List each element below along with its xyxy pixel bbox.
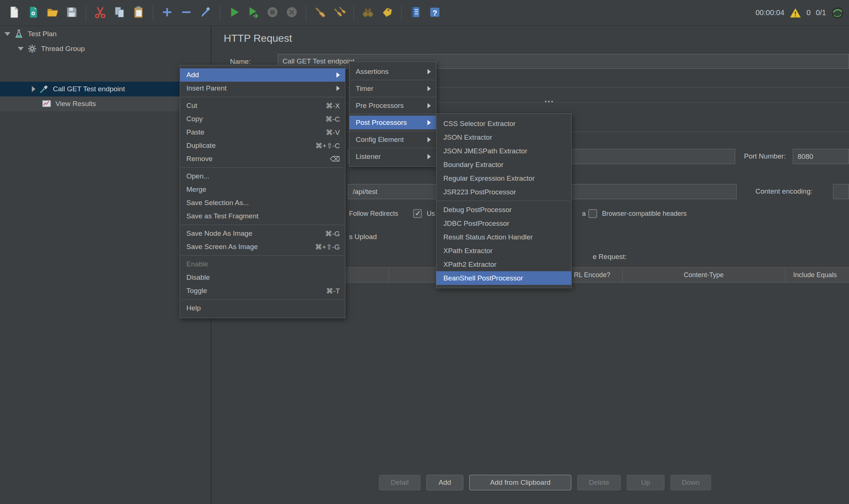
submenu-item-json-extractor[interactable]: JSON Extractor [436, 130, 571, 144]
new-file-icon [7, 6, 21, 20]
menu-separator [437, 201, 571, 201]
submenu-item-post-processors[interactable]: Post Processors [349, 116, 436, 129]
template-icon [27, 6, 40, 20]
add-button[interactable]: Add [426, 475, 463, 490]
submenu-item-regular-expression-extractor[interactable]: Regular Expression Extractor [436, 171, 571, 185]
submenu-item-css-selector-extractor[interactable]: CSS Selector Extractor [436, 117, 571, 130]
menu-separator [350, 114, 435, 114]
submenu-item-xpath-extractor[interactable]: XPath Extractor [436, 244, 571, 258]
help-icon: ? [428, 6, 442, 20]
submenu-item-beanshell-postprocessor[interactable]: BeanShell PostProcessor [436, 271, 571, 285]
submenu-item-pre-processors[interactable]: Pre Processors [349, 99, 436, 112]
expand-collapse-icon[interactable] [18, 47, 24, 51]
delete-button[interactable]: Delete [577, 475, 621, 490]
toolbar-clear-button[interactable] [311, 4, 329, 22]
submenu-item-assertions[interactable]: Assertions [349, 65, 436, 78]
menu-item-cut[interactable]: Cut⌘-X [180, 99, 345, 112]
menu-separator [181, 167, 344, 168]
splitter-handle[interactable]: ••• [545, 98, 554, 105]
toolbar-remove-button[interactable] [177, 4, 195, 22]
content-encoding-label: Content encoding: [755, 187, 812, 195]
tree-item-http-sampler[interactable]: Call GET Test endpoint [0, 82, 210, 96]
submenu-item-config-element[interactable]: Config Element [349, 133, 436, 146]
down-button[interactable]: Down [670, 475, 711, 490]
view-results-icon [41, 99, 52, 109]
submenu-item-boundary-extractor[interactable]: Boundary Extractor [436, 158, 571, 171]
toolbar-paste-button[interactable] [130, 4, 148, 22]
toolbar-add-button[interactable] [158, 4, 176, 22]
play-icon [227, 6, 241, 20]
submenu-item-debug-postprocessor[interactable]: Debug PostProcessor [436, 203, 571, 217]
port-input[interactable]: 8080 [793, 149, 849, 164]
save-icon [65, 6, 78, 20]
submenu-item-jsr223-postprocessor[interactable]: JSR223 PostProcessor [436, 185, 571, 199]
use-keepalive-checkbox[interactable] [413, 209, 422, 218]
menu-item-paste[interactable]: Paste⌘-V [180, 126, 345, 139]
tree-item-view-results[interactable]: View Results [0, 96, 210, 111]
submenu-arrow-icon [427, 154, 431, 159]
menu-item-duplicate[interactable]: Duplicate⌘+⇧-C [180, 139, 345, 152]
submenu-arrow-icon [427, 120, 431, 125]
function-book-icon [409, 6, 422, 20]
add-from-clipboard-button[interactable]: Add from Clipboard [469, 475, 571, 490]
thread-count: 0/1 [816, 8, 826, 17]
content-encoding-input[interactable] [833, 184, 849, 199]
paste-clipboard-icon [132, 6, 145, 20]
menu-item-insert-parent[interactable]: Insert Parent [180, 82, 345, 95]
files-upload-tab-fragment[interactable]: s Upload [349, 233, 377, 241]
tree-item-thread-group[interactable]: Thread Group [0, 41, 210, 56]
toolbar-search-reset-button[interactable] [378, 4, 396, 22]
menu-item-copy[interactable]: Copy⌘-C [180, 112, 345, 126]
submenu-arrow-icon [336, 72, 340, 78]
toolbar-clear-all-button[interactable] [331, 4, 348, 22]
toolbar-cut-button[interactable] [91, 4, 109, 22]
toolbar-edit-button[interactable] [197, 4, 214, 22]
menu-separator [181, 97, 344, 97]
submenu-item-jdbc-postprocessor[interactable]: JDBC PostProcessor [436, 217, 571, 230]
toolbar-copy-button[interactable] [111, 4, 128, 22]
menu-separator [350, 80, 435, 80]
submenu-item-xpath2-extractor[interactable]: XPath2 Extractor [436, 258, 571, 271]
menu-item-disable[interactable]: Disable [180, 271, 345, 284]
menu-item-save-as-test-fragment[interactable]: Save as Test Fragment [180, 210, 345, 223]
submenu-item-result-status-action-handler[interactable]: Result Status Action Handler [436, 230, 571, 244]
tree-item-test-plan[interactable]: Test Plan [0, 27, 210, 41]
warning-icon[interactable] [789, 8, 801, 18]
jmeter-window: ? 00:00:04 0 0/1 Test Plan Thread Group … [0, 0, 849, 504]
toolbar-start-button[interactable] [225, 4, 243, 22]
toolbar-shutdown-button[interactable] [283, 4, 301, 22]
menu-item-remove[interactable]: Remove⌫ [180, 152, 345, 166]
menu-item-save-selection-as[interactable]: Save Selection As... [180, 196, 345, 210]
submenu-item-json-jmespath-extractor[interactable]: JSON JMESPath Extractor [436, 144, 571, 158]
toolbar-status-cluster: 00:00:04 0 0/1 [755, 7, 844, 19]
toolbar-help-button[interactable]: ? [426, 4, 444, 22]
toolbar-search-button[interactable] [359, 4, 377, 22]
toolbar-save-button[interactable] [63, 4, 81, 22]
menu-item-save-screen-as-image[interactable]: Save Screen As Image⌘+⇧-G [180, 240, 345, 253]
browser-compatible-headers-checkbox[interactable] [588, 209, 597, 218]
menu-item-help[interactable]: Help [180, 302, 345, 315]
detail-button[interactable]: Detail [379, 475, 420, 490]
expand-collapse-icon[interactable] [32, 86, 35, 92]
tag-icon [380, 6, 394, 20]
menu-item-toggle[interactable]: Toggle⌘-T [180, 284, 345, 297]
minus-icon [180, 6, 193, 20]
menu-item-enable[interactable]: Enable [180, 258, 345, 271]
toolbar-template-button[interactable] [24, 4, 42, 22]
up-button[interactable]: Up [627, 475, 664, 490]
menu-item-merge[interactable]: Merge [180, 183, 345, 196]
submenu-item-listener[interactable]: Listener [349, 150, 436, 163]
binoculars-icon [361, 6, 375, 20]
menu-item-save-node-as-image[interactable]: Save Node As Image⌘-G [180, 227, 345, 240]
menu-item-add[interactable]: Add [180, 68, 345, 82]
column-divider [389, 268, 389, 282]
expand-collapse-icon[interactable] [4, 32, 10, 36]
toolbar-new-button[interactable] [5, 4, 23, 22]
menu-item-open[interactable]: Open... [180, 170, 345, 183]
toolbar-start-no-pauses-button[interactable] [244, 4, 262, 22]
submenu-item-timer[interactable]: Timer [349, 82, 436, 95]
toolbar-open-button[interactable] [44, 4, 61, 22]
toolbar-function-helper-button[interactable] [407, 4, 424, 22]
menu-separator [350, 148, 435, 148]
toolbar-stop-button[interactable] [264, 4, 281, 22]
